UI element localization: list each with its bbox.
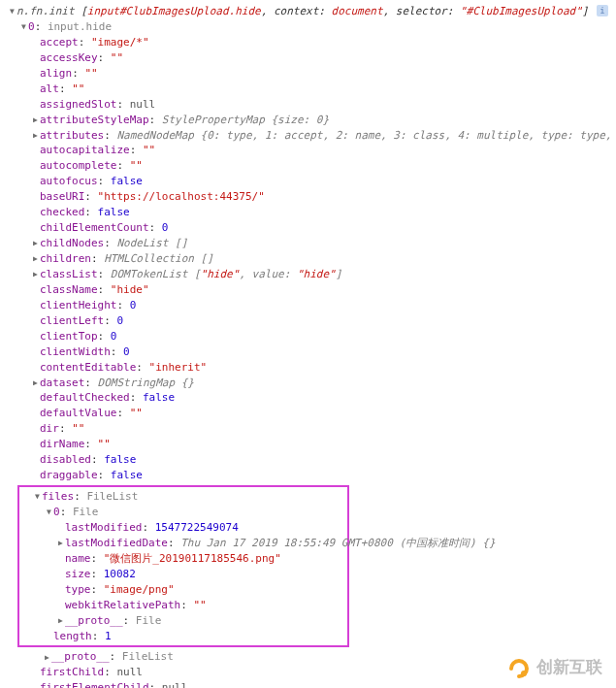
caret-right-icon[interactable]: ▶	[56, 615, 65, 627]
prop-row[interactable]: clientWidth: 0	[31, 344, 608, 360]
prop-row[interactable]: baseURI: "https://localhost:44375/"	[31, 189, 608, 205]
files-highlight-box: ▼files: FileList ▼0: File lastModified: …	[17, 485, 349, 647]
caret-right-icon[interactable]: ▶	[31, 238, 40, 249]
prop-row[interactable]: ▶dataset: DOMStringMap {}	[31, 376, 608, 391]
caret-right-icon[interactable]: ▶	[31, 115, 40, 126]
prop-row[interactable]: lastModified: 1547722549074	[56, 520, 347, 536]
info-icon[interactable]: i	[597, 5, 608, 16]
caret-right-icon[interactable]: ▶	[56, 538, 65, 549]
prop-row[interactable]: name: "微信图片_20190117185546.png"	[56, 551, 347, 567]
caret-right-icon[interactable]: ▶	[31, 253, 40, 265]
prop-row[interactable]: ▶__proto__: File	[56, 613, 347, 629]
prop-row[interactable]: ▶attributeStyleMap: StylePropertyMap {si…	[31, 113, 608, 128]
prop-row[interactable]: align: ""	[31, 66, 608, 82]
prop-row[interactable]: defaultValue: ""	[31, 406, 608, 421]
caret-right-icon[interactable]: ▶	[31, 377, 40, 389]
prop-row[interactable]: clientHeight: 0	[31, 298, 608, 313]
prop-row[interactable]: accept: "image/*"	[31, 35, 608, 50]
watermark: 创新互联	[507, 656, 602, 680]
prop-row[interactable]: clientTop: 0	[31, 329, 608, 344]
element-selector: input#ClubImagesUpload.hide	[87, 5, 261, 17]
prop-row[interactable]: draggable: false	[31, 468, 608, 483]
prop-row[interactable]: type: "image/png"	[56, 582, 347, 598]
caret-down-icon[interactable]: ▼	[19, 21, 28, 33]
constructor-name: n.fn.init	[16, 5, 81, 17]
prop-row[interactable]: dir: ""	[31, 421, 608, 437]
prop-row[interactable]: ▶attributes: NamedNodeMap {0: type, 1: a…	[31, 128, 608, 144]
caret-down-icon[interactable]: ▼	[33, 491, 42, 503]
prop-row[interactable]: alt: ""	[31, 82, 608, 97]
prop-row[interactable]: className: "hide"	[31, 282, 608, 298]
prop-row[interactable]: dirName: ""	[31, 437, 608, 452]
index-0-row[interactable]: ▼0: input.hide	[19, 19, 608, 35]
caret-down-icon[interactable]: ▼	[8, 6, 16, 17]
prop-row[interactable]: ▶classList: DOMTokenList ["hide", value:…	[31, 267, 608, 282]
prop-row[interactable]: ▶childNodes: NodeList []	[31, 236, 608, 251]
files-row[interactable]: ▼files: FileList	[33, 489, 347, 505]
prop-row[interactable]: contentEditable: "inherit"	[31, 360, 608, 376]
prop-row[interactable]: disabled: false	[31, 452, 608, 468]
prop-row[interactable]: firstElementChild: null	[31, 680, 608, 688]
caret-right-icon[interactable]: ▶	[31, 130, 40, 142]
prop-row[interactable]: assignedSlot: null	[31, 97, 608, 113]
prop-row[interactable]: autocapitalize: ""	[31, 143, 608, 158]
svg-point-0	[521, 671, 527, 676]
prop-row[interactable]: accessKey: ""	[31, 50, 608, 66]
object-header[interactable]: ▼n.fn.init [input#ClubImagesUpload.hide,…	[8, 4, 608, 19]
prop-row[interactable]: webkitRelativePath: ""	[56, 598, 347, 613]
logo-icon	[507, 657, 531, 680]
prop-row[interactable]: clientLeft: 0	[31, 313, 608, 329]
prop-row[interactable]: size: 10082	[56, 567, 347, 582]
prop-row[interactable]: ▶children: HTMLCollection []	[31, 251, 608, 267]
prop-row[interactable]: length: 1	[45, 629, 347, 644]
prop-row[interactable]: ▶lastModifiedDate: Thu Jan 17 2019 18:55…	[56, 536, 347, 551]
prop-row[interactable]: childElementCount: 0	[31, 220, 608, 236]
prop-row[interactable]: defaultChecked: false	[31, 390, 608, 406]
caret-down-icon[interactable]: ▼	[45, 507, 53, 518]
prop-row[interactable]: autocomplete: ""	[31, 158, 608, 174]
prop-row[interactable]: autofocus: false	[31, 174, 608, 189]
file-0-row[interactable]: ▼0: File	[45, 505, 347, 520]
prop-row[interactable]: checked: false	[31, 205, 608, 220]
caret-right-icon[interactable]: ▶	[31, 269, 40, 280]
caret-right-icon[interactable]: ▶	[43, 652, 51, 664]
